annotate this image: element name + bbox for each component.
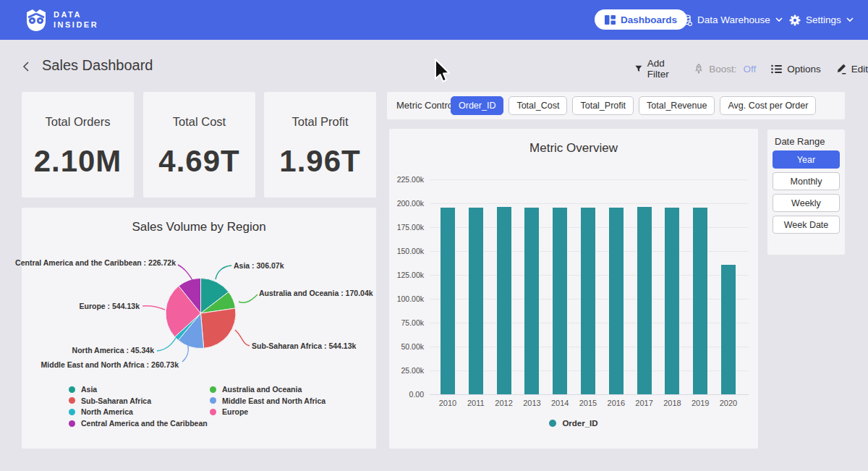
list-icon — [771, 64, 782, 74]
date-range-button-year[interactable]: Year — [773, 150, 840, 169]
x-axis-tick: 2014 — [545, 399, 574, 407]
x-axis-tick: 2019 — [686, 399, 715, 407]
legend-dot — [210, 386, 216, 393]
owl-logo-icon — [24, 8, 48, 33]
add-filter-label: Add Filter — [647, 58, 678, 80]
y-axis-tick: 100.00k — [389, 294, 424, 303]
legend-label: Australia and Oceania — [222, 385, 302, 394]
pie-label-central-america-and-the-caribbean: Central America and the Caribbean : 226.… — [15, 258, 176, 267]
pie-label-asia: Asia : 306.07k — [234, 261, 284, 270]
pie-leader-line — [157, 338, 176, 351]
bar-chart-legend[interactable]: Order_ID — [389, 419, 758, 428]
kpi-label: Total Cost — [143, 115, 255, 129]
edit-button[interactable]: Edit — [836, 64, 868, 75]
y-axis-tick: 0.00 — [389, 390, 424, 399]
date-range-label: Date Range — [775, 136, 825, 147]
metric-button-avg-cost-per-order[interactable]: Avg. Cost per Order — [720, 96, 816, 115]
y-axis-tick: 225.00k — [389, 175, 424, 184]
pie-slice-sub-saharan-africa[interactable] — [201, 308, 237, 348]
bar-2011[interactable] — [469, 208, 483, 394]
pie-legend-item-europe[interactable]: Europe — [210, 407, 248, 416]
legend-label: Central America and the Caribbean — [81, 419, 208, 428]
bar-2014[interactable] — [553, 208, 567, 394]
bar-2020[interactable] — [721, 265, 736, 394]
gridline — [430, 179, 749, 180]
pie-leader-line — [235, 330, 250, 346]
kpi-value: 2.10M — [22, 144, 134, 179]
y-axis-tick: 125.00k — [389, 271, 424, 279]
nav-data-warehouse[interactable]: Data Warehouse — [681, 10, 783, 30]
date-range-panel: Date Range YearMonthlyWeeklyWeek Date — [767, 130, 845, 255]
bar-2015[interactable] — [581, 208, 595, 394]
nav-settings[interactable]: Settings — [789, 10, 854, 30]
bar-2012[interactable] — [497, 207, 511, 394]
settings-label: Settings — [806, 14, 841, 25]
gridline — [430, 394, 749, 395]
date-range-button-week-date[interactable]: Week Date — [773, 216, 840, 234]
page-title: Sales Dashboard — [42, 57, 153, 74]
pie-label-europe: Europe : 544.13k — [80, 302, 140, 310]
x-axis-tick: 2016 — [602, 399, 631, 407]
metric-button-total-profit[interactable]: Total_Profit — [572, 96, 634, 115]
x-axis-tick: 2010 — [433, 399, 462, 407]
database-icon — [681, 14, 692, 26]
date-range-button-weekly[interactable]: Weekly — [773, 194, 840, 212]
dashboards-button[interactable]: Dashboards — [595, 9, 687, 30]
options-button[interactable]: Options — [771, 64, 821, 75]
legend-label: Sub-Saharan Africa — [81, 396, 151, 405]
pie-label-australia-and-oceania: Australia and Oceania : 170.04k — [259, 289, 373, 297]
options-label: Options — [787, 64, 821, 75]
rocket-icon — [694, 64, 704, 74]
y-axis-tick: 50.00k — [389, 342, 424, 351]
data-warehouse-label: Data Warehouse — [697, 14, 770, 25]
pie-legend-item-sub-saharan-africa[interactable]: Sub-Saharan Africa — [69, 396, 151, 405]
header-actions: Add Filter Boost:Off Options Edit — [635, 58, 868, 80]
pie-label-middle-east-and-north-africa: Middle East and North Africa : 260.73k — [41, 360, 179, 369]
x-axis-tick: 2015 — [574, 399, 603, 407]
x-axis-tick: 2013 — [517, 399, 546, 407]
metric-button-order-id[interactable]: Order_ID — [451, 96, 503, 115]
pie-legend-item-middle-east-and-north-africa[interactable]: Middle East and North Africa — [210, 396, 326, 405]
legend-dot — [210, 397, 216, 404]
legend-label: Order_ID — [562, 419, 597, 428]
y-axis-tick: 150.00k — [389, 247, 424, 255]
bar-2016[interactable] — [609, 208, 624, 394]
pie-leader-line — [216, 266, 231, 279]
pie-legend-item-north-america[interactable]: North America — [69, 407, 133, 416]
filter-funnel-icon — [635, 64, 642, 73]
metric-button-total-revenue[interactable]: Total_Revenue — [639, 96, 715, 115]
pie-legend-item-australia-and-oceania[interactable]: Australia and Oceania — [210, 385, 302, 394]
date-range-button-monthly[interactable]: Monthly — [773, 172, 840, 190]
x-axis-tick: 2012 — [490, 399, 519, 407]
boost-toggle[interactable]: Boost:Off — [694, 64, 756, 75]
pencil-icon — [836, 64, 846, 75]
bar-2010[interactable] — [441, 208, 455, 394]
legend-label: North America — [81, 407, 133, 416]
y-axis-tick: 75.00k — [389, 318, 424, 327]
bar-2019[interactable] — [693, 208, 707, 394]
legend-label: Middle East and North Africa — [222, 396, 326, 405]
metric-control-bar: Metric Control Order_IDTotal_CostTotal_P… — [387, 92, 845, 119]
bar-2013[interactable] — [524, 208, 539, 394]
metric-button-total-cost[interactable]: Total_Cost — [509, 96, 567, 115]
add-filter-button[interactable]: Add Filter — [635, 58, 678, 80]
boost-label: Boost: — [709, 64, 736, 75]
y-axis-tick: 25.00k — [389, 366, 424, 375]
legend-dot — [69, 409, 75, 415]
legend-dot — [69, 386, 75, 393]
bar-2018[interactable] — [665, 208, 679, 394]
pie-legend-item-asia[interactable]: Asia — [69, 385, 97, 394]
legend-label: Europe — [222, 407, 248, 416]
kpi-card-total-profit: Total Profit 1.96T — [264, 92, 376, 198]
bar-2017[interactable] — [637, 207, 652, 394]
pie-legend-item-central-america-and-the-caribbean[interactable]: Central America and the Caribbean — [69, 419, 208, 428]
kpi-value: 4.69T — [143, 144, 255, 179]
back-arrow-icon[interactable] — [20, 61, 32, 72]
legend-dot — [210, 409, 216, 415]
legend-dot — [549, 420, 556, 427]
dashboards-grid-icon — [605, 15, 616, 25]
pie-leader-line — [239, 294, 258, 302]
dashboards-label: Dashboards — [621, 14, 677, 25]
legend-dot — [69, 397, 75, 404]
bar-chart-title: Metric Overview — [389, 141, 758, 156]
